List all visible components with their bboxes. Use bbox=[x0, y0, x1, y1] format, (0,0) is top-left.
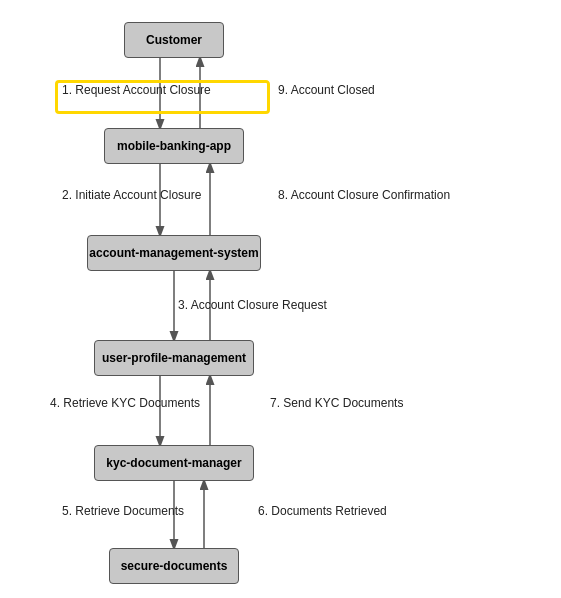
label-3-closure-request: 3. Account Closure Request bbox=[178, 298, 327, 312]
label-6-docs-retrieved: 6. Documents Retrieved bbox=[258, 504, 387, 518]
user-profile-label: user-profile-management bbox=[102, 351, 246, 365]
secure-label: secure-documents bbox=[121, 559, 228, 573]
node-kyc-document-manager: kyc-document-manager bbox=[94, 445, 254, 481]
label-8-confirmation: 8. Account Closure Confirmation bbox=[278, 188, 450, 202]
node-mobile-banking-app: mobile-banking-app bbox=[104, 128, 244, 164]
mobile-label: mobile-banking-app bbox=[117, 139, 231, 153]
label-1-request-closure: 1. Request Account Closure bbox=[62, 83, 211, 97]
node-user-profile-management: user-profile-management bbox=[94, 340, 254, 376]
node-secure-documents: secure-documents bbox=[109, 548, 239, 584]
label-5-retrieve-docs: 5. Retrieve Documents bbox=[62, 504, 184, 518]
kyc-label: kyc-document-manager bbox=[106, 456, 241, 470]
label-2-initiate: 2. Initiate Account Closure bbox=[62, 188, 201, 202]
diagram: Customer mobile-banking-app account-mana… bbox=[0, 0, 561, 598]
customer-label: Customer bbox=[146, 33, 202, 47]
account-label: account-management-system bbox=[89, 246, 258, 260]
label-7-send-kyc: 7. Send KYC Documents bbox=[270, 396, 403, 410]
node-customer: Customer bbox=[124, 22, 224, 58]
label-4-retrieve-kyc: 4. Retrieve KYC Documents bbox=[50, 396, 200, 410]
node-account-management-system: account-management-system bbox=[87, 235, 261, 271]
label-9-account-closed: 9. Account Closed bbox=[278, 83, 375, 97]
